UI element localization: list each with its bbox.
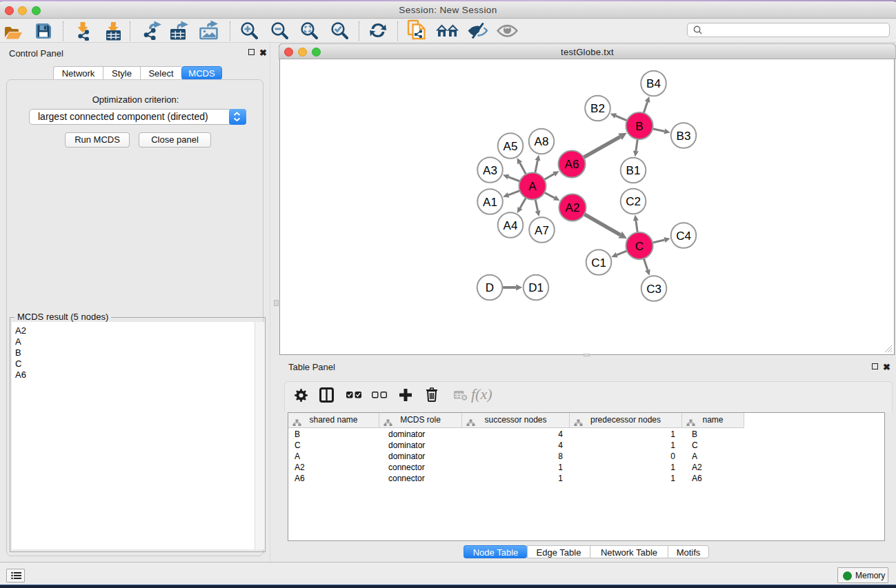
svg-text:C1: C1 (591, 256, 606, 270)
svg-text:A7: A7 (535, 224, 549, 237)
svg-text:B1: B1 (626, 164, 641, 177)
svg-text:C2: C2 (626, 195, 641, 208)
svg-text:D: D (486, 281, 494, 294)
svg-text:A8: A8 (535, 135, 549, 148)
svg-text:B: B (635, 120, 643, 133)
svg-text:A3: A3 (483, 164, 497, 177)
svg-text:C: C (635, 240, 644, 253)
svg-text:A: A (528, 180, 537, 193)
svg-text:f(x): f(x) (471, 387, 492, 403)
svg-text:B3: B3 (677, 130, 691, 143)
svg-text:C4: C4 (676, 230, 691, 243)
svg-text:D1: D1 (528, 281, 544, 294)
svg-text:B2: B2 (590, 102, 605, 115)
svg-text:A5: A5 (504, 140, 518, 153)
svg-text:A2: A2 (566, 201, 580, 214)
svg-text:A1: A1 (483, 196, 497, 209)
svg-text:C3: C3 (646, 283, 661, 296)
svg-text:A6: A6 (565, 158, 579, 171)
svg-text:A4: A4 (504, 219, 518, 232)
svg-text:B4: B4 (646, 77, 661, 90)
